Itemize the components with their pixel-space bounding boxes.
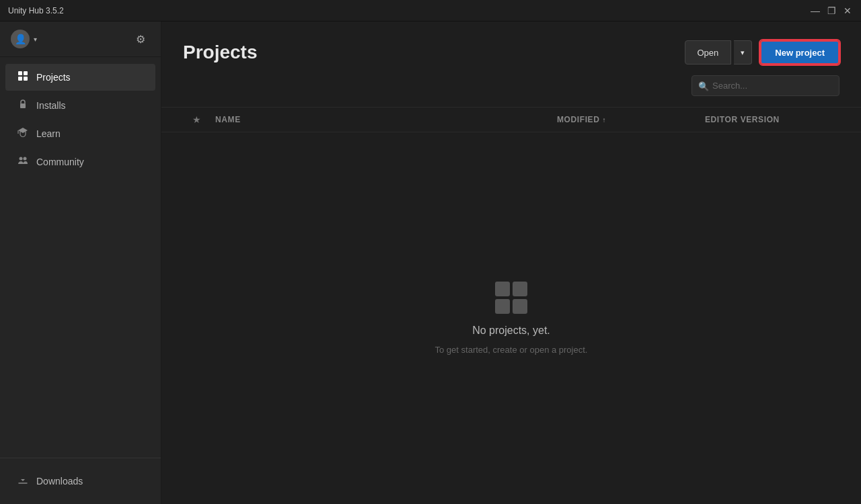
search-icon: 🔍 — [698, 81, 709, 91]
empty-state-title: No projects, yet. — [472, 325, 550, 337]
page-title: Projects — [183, 42, 258, 63]
icon-square-1 — [495, 282, 510, 296]
th-name: NAME — [210, 115, 557, 124]
th-editor-version: EDITOR VERSION — [705, 115, 839, 124]
empty-state: No projects, yet. To get started, create… — [161, 132, 861, 504]
titlebar: Unity Hub 3.5.2 — ❐ ✕ — [0, 0, 861, 22]
table-header: ★ NAME MODIFIED ↑ EDITOR VERSION — [161, 107, 861, 132]
window-controls: — ❐ ✕ — [810, 5, 853, 16]
svg-rect-2 — [18, 77, 22, 81]
gear-icon: ⚙ — [136, 33, 145, 46]
sidebar-item-projects[interactable]: Projects — [5, 64, 155, 91]
svg-rect-0 — [18, 71, 22, 75]
minimize-button[interactable]: — — [810, 5, 821, 16]
restore-button[interactable]: ❐ — [826, 5, 837, 16]
star-icon: ★ — [192, 114, 201, 125]
close-button[interactable]: ✕ — [842, 5, 853, 16]
downloads-item[interactable]: Downloads — [11, 469, 150, 493]
user-icon: 👤 — [15, 34, 26, 44]
th-star: ★ — [183, 114, 210, 125]
new-project-button[interactable]: New project — [760, 40, 839, 65]
user-area[interactable]: 👤 ▾ — [11, 30, 37, 48]
svg-point-5 — [20, 157, 23, 161]
icon-square-2 — [513, 282, 527, 296]
app-title: Unity Hub 3.5.2 — [8, 6, 64, 15]
sidebar-item-community[interactable]: Community — [5, 149, 155, 175]
sidebar-item-learn[interactable]: Learn — [5, 120, 155, 147]
open-dropdown-button[interactable]: ▾ — [734, 40, 752, 65]
search-wrapper: 🔍 — [691, 75, 839, 96]
search-bar-area: 🔍 — [161, 75, 861, 107]
downloads-label: Downloads — [36, 476, 83, 487]
learn-icon — [16, 127, 30, 140]
sidebar-top: 👤 ▾ ⚙ — [0, 22, 161, 57]
download-icon — [16, 474, 30, 488]
sort-arrow-icon: ↑ — [602, 116, 606, 124]
svg-rect-4 — [20, 103, 26, 108]
avatar: 👤 — [11, 30, 30, 48]
sidebar-bottom: Downloads — [0, 458, 161, 504]
th-modified[interactable]: MODIFIED ↑ — [557, 115, 705, 124]
svg-rect-3 — [24, 77, 28, 81]
lock-icon — [16, 99, 30, 112]
main-content: Projects Open ▾ New project 🔍 ★ NAME — [161, 22, 861, 504]
sidebar-nav: Projects Installs — [0, 57, 161, 458]
community-icon — [16, 155, 30, 169]
content-header: Projects Open ▾ New project — [161, 22, 861, 75]
svg-point-6 — [24, 157, 27, 161]
app-layout: 👤 ▾ ⚙ Projects — [0, 22, 861, 504]
sidebar-item-label: Community — [36, 157, 84, 167]
empty-state-subtitle: To get started, create or open a project… — [435, 345, 588, 355]
chevron-down-icon: ▾ — [34, 36, 37, 43]
chevron-down-icon: ▾ — [741, 48, 745, 57]
sidebar-item-label: Projects — [36, 72, 71, 83]
sidebar-item-label: Learn — [36, 128, 61, 139]
icon-square-3 — [495, 299, 510, 314]
settings-button[interactable]: ⚙ — [131, 30, 150, 48]
sidebar: 👤 ▾ ⚙ Projects — [0, 22, 161, 504]
projects-icon — [16, 71, 30, 84]
icon-square-4 — [513, 299, 527, 314]
open-button[interactable]: Open — [685, 40, 732, 65]
sidebar-item-installs[interactable]: Installs — [5, 92, 155, 119]
svg-rect-1 — [24, 71, 28, 75]
header-actions: Open ▾ New project — [685, 40, 840, 65]
sidebar-item-label: Installs — [36, 100, 66, 111]
search-input[interactable] — [691, 75, 839, 96]
empty-state-icon — [495, 282, 527, 314]
